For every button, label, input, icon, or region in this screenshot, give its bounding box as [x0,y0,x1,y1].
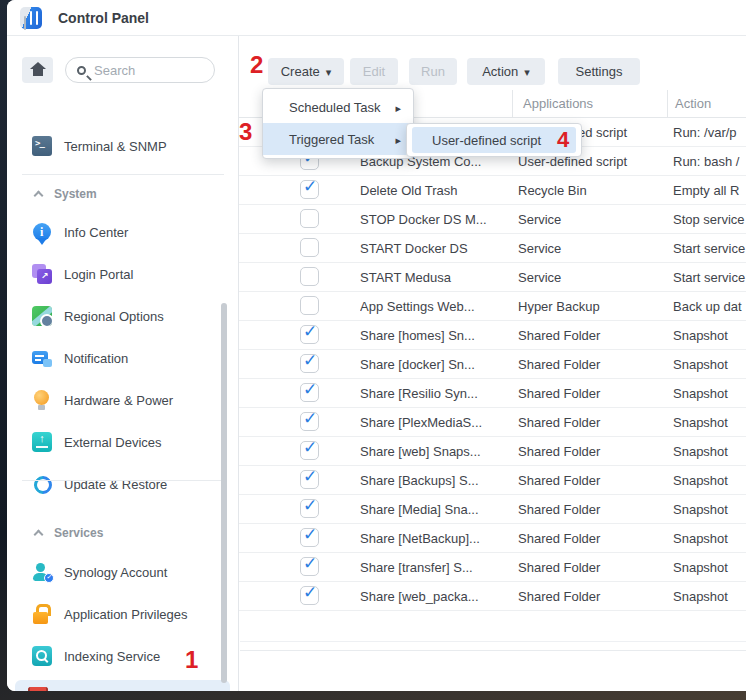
sidebar-item-hardware-power[interactable]: Hardware & Power [7,383,238,417]
row-checkbox[interactable] [300,383,319,402]
table-row[interactable]: Share [homes] Sn... Shared Folder Snapsh… [239,321,746,350]
sidebar-item-external-devices[interactable]: External Devices [7,425,238,459]
table-row[interactable]: Share [Backups] S... Shared Folder Snaps… [239,466,746,495]
task-name-cell: Share [Media] Sna... [360,495,512,524]
row-checkbox[interactable] [300,354,319,373]
task-table-body: User-defined script Run: /var/p Backup S… [239,118,746,611]
row-checkbox[interactable] [300,267,319,286]
task-name-cell: STOP Docker DS M... [360,205,512,234]
task-name-cell: Delete Old Trash [360,176,512,205]
action-cell: Snapshot [673,350,746,379]
column-divider [512,90,513,118]
calendar-icon [28,687,48,691]
applications-cell: Service [518,263,668,292]
row-checkbox[interactable] [300,441,319,460]
footer-line [240,641,746,642]
action-cell: Snapshot [673,582,746,611]
table-row[interactable]: Share [Resilio Syn... Shared Folder Snap… [239,379,746,408]
section-header-services[interactable]: Services [7,524,238,542]
action-button[interactable]: Action [467,58,545,85]
column-header-applications[interactable]: Applications [523,96,593,111]
task-name-cell: Share [NetBackup]... [360,524,512,553]
table-row[interactable]: Share [NetBackup]... Shared Folder Snaps… [239,524,746,553]
row-checkbox[interactable] [300,209,319,228]
control-panel-icon [20,7,42,29]
settings-button[interactable]: Settings [558,58,640,85]
sidebar-item-task-scheduler[interactable]: Task Scheduler [15,680,230,691]
sidebar-item-info-center[interactable]: Info Center [7,215,238,249]
window-title: Control Panel [58,10,149,26]
search-box[interactable] [65,57,215,83]
menu-item-user-defined-script[interactable]: User-defined script [412,127,576,153]
applications-cell: Service [518,205,668,234]
menu-item-scheduled-task[interactable]: Scheduled Task [263,91,413,123]
section-header-system[interactable]: System [7,185,238,203]
table-row[interactable]: STOP Docker DS M... Service Stop service [239,205,746,234]
row-checkbox[interactable] [300,499,319,518]
table-row[interactable]: Share [transfer] S... Shared Folder Snap… [239,553,746,582]
annotation-2: 2 [250,53,263,77]
action-cell: Snapshot [673,466,746,495]
home-button[interactable] [22,57,53,83]
caret-down-icon [524,64,530,79]
create-button[interactable]: Create [268,58,344,85]
table-row[interactable]: App Settings Web... Hyper Backup Back up… [239,292,746,321]
table-row[interactable]: Share [web_packa... Shared Folder Snapsh… [239,582,746,611]
annotation-4: 4 [557,129,569,151]
table-row[interactable]: Delete Old Trash Recycle Bin Empty all R [239,176,746,205]
action-cell: Back up dat [673,292,746,321]
action-cell: Start service [673,263,746,292]
sidebar-item-login-portal[interactable]: Login Portal [7,257,238,291]
applications-cell: Shared Folder [518,321,668,350]
action-cell: Run: bash / [673,147,746,176]
task-name-cell: Share [PlexMediaS... [360,408,512,437]
title-bar: Control Panel [7,0,746,36]
account-check-icon [32,562,52,582]
sidebar-item-update-restore[interactable]: Update & Restore [7,467,238,501]
table-row[interactable]: Share [docker] Sn... Shared Folder Snaps… [239,350,746,379]
applications-cell: Shared Folder [518,524,668,553]
row-checkbox[interactable] [300,586,319,605]
run-button[interactable]: Run [409,58,457,85]
row-checkbox[interactable] [300,412,319,431]
table-row[interactable]: Share [PlexMediaS... Shared Folder Snaps… [239,408,746,437]
info-pin-icon [33,223,51,241]
applications-cell: Shared Folder [518,437,668,466]
row-checkbox[interactable] [300,238,319,257]
task-name-cell: Share [web_packa... [360,582,512,611]
edit-button[interactable]: Edit [350,58,398,85]
lock-icon [32,604,52,624]
table-row[interactable]: START Docker DS Service Start service [239,234,746,263]
action-cell: Snapshot [673,408,746,437]
login-portal-icon [32,264,52,284]
sidebar-item-regional-options[interactable]: Regional Options [7,299,238,333]
task-name-cell: Share [Backups] S... [360,466,512,495]
row-checkbox[interactable] [300,296,319,315]
row-checkbox[interactable] [300,528,319,547]
sidebar-item-indexing-service[interactable]: Indexing Service [7,639,238,673]
row-checkbox[interactable] [300,470,319,489]
table-row[interactable]: START Medusa Service Start service [239,263,746,292]
table-row[interactable]: Share [web] Snaps... Shared Folder Snaps… [239,437,746,466]
sidebar-item-application-privileges[interactable]: Application Privileges [7,597,238,631]
sync-arrows-icon [32,474,52,494]
row-checkbox[interactable] [300,557,319,576]
search-input[interactable] [94,63,194,78]
applications-cell: Hyper Backup [518,292,668,321]
sidebar-item-terminal-snmp[interactable]: Terminal & SNMP [7,129,238,163]
external-drive-icon [32,432,52,452]
task-name-cell: Share [docker] Sn... [360,350,512,379]
sidebar-scrollbar[interactable] [221,303,227,683]
task-name-cell: Share [Resilio Syn... [360,379,512,408]
sidebar-item-notification[interactable]: Notification [7,341,238,375]
table-row[interactable]: Share [Media] Sna... Shared Folder Snaps… [239,495,746,524]
column-header-action[interactable]: Action [675,96,711,111]
row-checkbox[interactable] [300,325,319,344]
action-cell: Empty all R [673,176,746,205]
menu-item-triggered-task[interactable]: Triggered Task [263,123,413,155]
sidebar-item-synology-account[interactable]: Synology Account [7,555,238,589]
control-panel-window: Control Panel Terminal & SNMP System Inf… [7,0,746,691]
row-checkbox[interactable] [300,180,319,199]
action-cell: Snapshot [673,321,746,350]
chevron-up-icon [34,191,44,201]
